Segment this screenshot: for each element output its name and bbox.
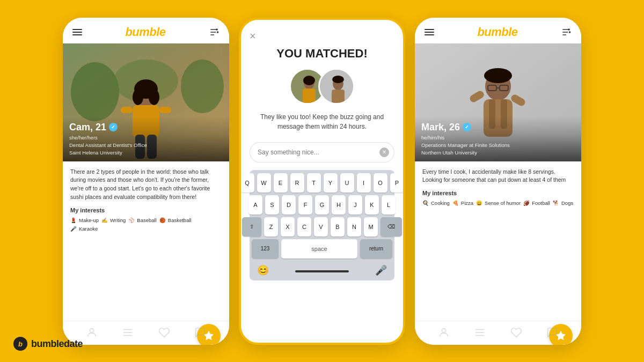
brand-name-right: bumble <box>477 25 517 39</box>
key-backspace[interactable]: ⌫ <box>380 217 402 237</box>
key-p[interactable]: P <box>390 173 404 193</box>
key-v[interactable]: V <box>314 217 328 237</box>
key-d[interactable]: D <box>282 195 296 215</box>
keyboard: Q W E R T Y U I O P A S D F G H <box>250 170 394 280</box>
key-shift[interactable]: ⇧ <box>242 217 261 237</box>
avatar-male <box>318 68 355 105</box>
svg-rect-17 <box>159 107 171 113</box>
keyboard-emoji-row: 😊 🎤 <box>252 261 392 278</box>
phone-body-right: Every time I cook, I accidentally make l… <box>415 161 581 321</box>
match-screen: × YOU MATCHED! <box>241 20 403 343</box>
key-s[interactable]: S <box>265 195 279 215</box>
home-indicator <box>295 270 349 272</box>
key-l[interactable]: L <box>382 195 396 215</box>
bio-left: There are 2 types of people in the world… <box>70 168 222 202</box>
profile-image-right: Mark, 26 ✓ he/him/his Operations Manager… <box>415 43 581 161</box>
menu-icon[interactable] <box>72 29 82 35</box>
match-title: YOU MATCHED! <box>276 47 367 61</box>
key-z[interactable]: Z <box>264 217 278 237</box>
svg-point-12 <box>149 89 159 105</box>
key-g[interactable]: G <box>315 195 329 215</box>
nav-menu-left[interactable] <box>122 327 134 338</box>
interest-cooking: 🍳 Cooking <box>422 200 450 206</box>
filter-icon-right[interactable] <box>561 27 572 38</box>
interests-grid-left: 💄 Make-up ✍️ Writing ⚾ Baseball 🏀 Basket… <box>70 217 222 232</box>
message-clear-button[interactable]: ✕ <box>379 147 389 157</box>
key-m[interactable]: M <box>364 217 378 237</box>
bio-right: Every time I cook, I accidentally make l… <box>422 168 574 185</box>
interest-makeup: 💄 Make-up <box>70 217 99 223</box>
key-k[interactable]: K <box>365 195 379 215</box>
key-e[interactable]: E <box>274 173 288 193</box>
nav-profile-left[interactable] <box>86 327 98 338</box>
right-header: bumble <box>415 18 581 43</box>
profile-image-left: Cam, 21 ✓ she/her/hers Dental Assistant … <box>63 43 229 161</box>
nav-profile-right[interactable] <box>438 327 450 338</box>
profile-details-left: she/her/hers Dental Assistant at Dentist… <box>69 134 223 157</box>
key-space[interactable]: space <box>281 239 357 258</box>
svg-point-35 <box>569 31 570 33</box>
match-subtitle: They like you too! Keep the buzz going a… <box>258 112 386 131</box>
key-b[interactable]: B <box>331 217 345 237</box>
close-button[interactable]: × <box>250 31 256 41</box>
svg-rect-30 <box>332 90 345 104</box>
key-x[interactable]: X <box>281 217 295 237</box>
svg-point-7 <box>181 60 224 113</box>
key-o[interactable]: O <box>374 173 387 193</box>
key-h[interactable]: H <box>332 195 346 215</box>
key-a[interactable]: A <box>248 195 262 215</box>
key-numbers[interactable]: 123 <box>252 239 279 258</box>
nav-chat-right[interactable] <box>546 327 558 338</box>
emoji-key[interactable]: 😊 <box>254 263 272 277</box>
profile-name-left: Cam, 21 ✓ <box>69 122 223 133</box>
nav-chat-left[interactable] <box>194 327 206 338</box>
svg-point-19 <box>90 328 93 332</box>
key-i[interactable]: I <box>357 173 371 193</box>
interest-baseball: ⚾ Baseball <box>128 217 156 223</box>
interests-grid-right: 🍳 Cooking 🍕 Pizza 😄 Sense of humor 🏈 Foo… <box>422 200 574 206</box>
keyboard-row-3: ⇧ Z X C V B N M ⌫ <box>252 217 392 237</box>
verified-badge-left: ✓ <box>109 123 118 131</box>
phone-center: × YOU MATCHED! <box>239 18 405 345</box>
left-header: bumble <box>63 18 229 43</box>
message-input-row: ✕ <box>250 142 394 162</box>
key-t[interactable]: T <box>307 173 321 193</box>
interest-dogs: 🐕 Dogs <box>553 200 573 206</box>
key-r[interactable]: R <box>290 173 304 193</box>
svg-point-34 <box>568 28 569 30</box>
nav-heart-left[interactable] <box>158 327 170 338</box>
profile-name-right: Mark, 26 ✓ <box>421 122 575 133</box>
svg-text:b: b <box>18 340 23 348</box>
filter-icon-left[interactable] <box>209 27 219 38</box>
key-return[interactable]: return <box>360 239 392 258</box>
key-c[interactable]: C <box>297 217 311 237</box>
key-n[interactable]: N <box>347 217 361 237</box>
menu-icon-right[interactable] <box>425 29 434 35</box>
bottom-brand: b bumbledate <box>13 336 83 351</box>
key-q[interactable]: Q <box>240 173 254 193</box>
key-f[interactable]: F <box>298 195 312 215</box>
key-y[interactable]: Y <box>324 173 338 193</box>
svg-rect-16 <box>121 107 133 113</box>
interest-pizza: 🍕 Pizza <box>452 200 473 206</box>
match-avatars <box>289 68 355 105</box>
key-u[interactable]: U <box>340 173 354 193</box>
phone-left: bumble <box>63 18 229 345</box>
interest-humor: 😄 Sense of humor <box>476 200 521 206</box>
key-j[interactable]: J <box>348 195 362 215</box>
interest-karaoke: 🎤 Karaoke <box>70 226 98 232</box>
svg-point-49 <box>442 328 445 332</box>
profile-overlay-left: Cam, 21 ✓ she/her/hers Dental Assistant … <box>63 116 229 161</box>
message-input[interactable] <box>250 142 394 162</box>
profile-details-right: he/him/his Operations Manager at Finite … <box>421 134 575 157</box>
phone-right: bumble <box>415 18 581 345</box>
nav-menu-right[interactable] <box>474 327 486 338</box>
keyboard-row-4: 123 space return <box>252 239 392 258</box>
key-w[interactable]: W <box>257 173 271 193</box>
nav-heart-right[interactable] <box>510 327 522 338</box>
svg-point-3 <box>216 28 217 30</box>
profile-overlay-right: Mark, 26 ✓ he/him/his Operations Manager… <box>415 116 581 161</box>
interest-basketball: 🏀 Basketball <box>159 217 192 223</box>
mic-key[interactable]: 🎤 <box>372 263 390 277</box>
brand-name-left: bumble <box>125 25 165 39</box>
